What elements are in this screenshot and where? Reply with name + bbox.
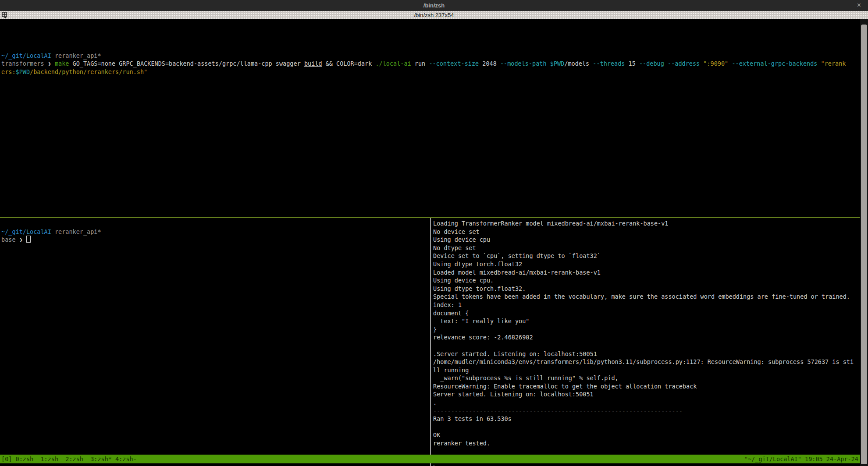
terminal-line: OK: [433, 431, 857, 439]
window-titlebar: /bin/zsh ×: [0, 0, 868, 11]
terminal-line: ResourceWarning: Enable tracemalloc to g…: [433, 382, 857, 391]
terminal-line: Loading TransformerRanker model mixedbre…: [433, 219, 857, 228]
terminal-line: .Server started. Listening on: localhost…: [433, 350, 857, 358]
terminal-line: ers:$PWD/backend/python/rerankers/run.sh…: [1, 68, 857, 76]
terminal-line: document {: [433, 309, 857, 318]
terminal-line: Ran 3 tests in 63.530s: [433, 415, 857, 423]
terminal-line: ~/_git/LocalAI reranker_api*: [1, 228, 427, 236]
terminal-line: /home/mudler/miniconda3/envs/transformer…: [433, 358, 857, 366]
terminal-line: text: "I really like you": [433, 317, 857, 325]
terminal-line: Special tokens have been added in the vo…: [433, 293, 857, 301]
terminal-line: [1, 43, 857, 52]
terminal-line: Device set to `cpu`, setting dtype to `f…: [433, 252, 857, 260]
window-title: /bin/zsh: [423, 2, 445, 9]
terminal-pane-bottom-left[interactable]: ~/_git/LocalAI reranker_api*base ❯: [1, 219, 427, 244]
terminal-line: reranker tested.: [433, 439, 857, 448]
tmux-status-bar: [0] 0:zsh 1:zsh 2:zsh 3:zsh* 4:zsh- "~/_…: [0, 455, 860, 463]
terminal-line: No device set: [433, 228, 857, 236]
terminal-line: Loaded model mixedbread-ai/mxbai-rerank-…: [433, 268, 857, 277]
terminal-line: ----------------------------------------…: [433, 407, 857, 415]
terminal-line: Using dtype torch.float32: [433, 260, 857, 268]
tab-bar: /bin/zsh 237x54: [0, 11, 868, 19]
terminal-line: Server started. Listening on: localhost:…: [433, 390, 857, 399]
close-icon[interactable]: ×: [857, 1, 861, 9]
terminal-line: ~/_git/LocalAI reranker_api*: [1, 52, 857, 60]
terminal-line: }: [433, 325, 857, 334]
terminal-line: base ❯: [433, 464, 857, 466]
window-menu-icon[interactable]: [2, 12, 9, 18]
terminal-line: base ❯: [1, 236, 427, 244]
terminal-line: relevance_score: -2.46826982: [433, 333, 857, 342]
tab-label[interactable]: /bin/zsh 237x54: [414, 12, 454, 18]
tmux-window-list[interactable]: [0] 0:zsh 1:zsh 2:zsh 3:zsh* 4:zsh-: [1, 455, 137, 463]
tmux-pane-border-vertical[interactable]: [430, 218, 431, 466]
terminal-line: index: 1: [433, 301, 857, 309]
terminal-line: transformers ❯ make GO_TAGS=none GRPC_BA…: [1, 60, 857, 68]
terminal-pane-top[interactable]: ~/_git/LocalAI reranker_api*transformers…: [1, 43, 857, 76]
terminal-line: Using device cpu: [433, 236, 857, 244]
terminal-line: [1, 219, 427, 228]
terminal-line: ll running: [433, 366, 857, 374]
terminal-line: .: [433, 399, 857, 407]
terminal-line: Using dtype torch.float32.: [433, 285, 857, 293]
scrollbar[interactable]: [860, 19, 868, 466]
terminal-line: No dtype set: [433, 244, 857, 252]
text-cursor: [26, 236, 31, 243]
terminal-content: ~/_git/LocalAI reranker_api*transformers…: [0, 19, 860, 466]
terminal-line: [433, 423, 857, 431]
terminal-line: [433, 342, 857, 350]
scrollbar-thumb[interactable]: [861, 25, 867, 464]
terminal-window: /bin/zsh × /bin/zsh 237x54 ~/_git/LocalA…: [0, 0, 868, 466]
tmux-status-right: "~/_git/LocalAI" 19:05 24-Apr-24: [744, 455, 858, 463]
terminal-line: Using device cpu.: [433, 276, 857, 285]
terminal-line: _warn("subprocess %s is still running" %…: [433, 374, 857, 382]
terminal-pane-bottom-right[interactable]: Loading TransformerRanker model mixedbre…: [433, 219, 857, 466]
